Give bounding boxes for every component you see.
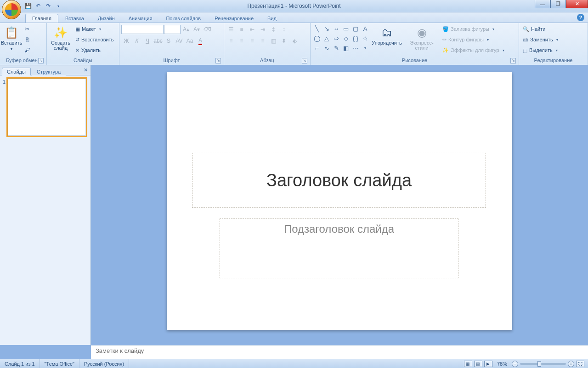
zoom-percent[interactable]: 78% (497, 361, 507, 367)
slide-canvas[interactable]: Заголовок слайда Подзаголовок слайда (91, 65, 588, 345)
shape-outline-button[interactable]: ✏Контур фигуры (441, 34, 506, 45)
find-button[interactable]: 🔍Найти (521, 24, 560, 34)
cut-icon[interactable]: ✂ (22, 24, 32, 34)
clipboard-dialog-launcher[interactable]: ↘ (38, 58, 44, 63)
zoom-slider-knob[interactable] (537, 361, 541, 367)
format-painter-icon[interactable]: 🖌 (22, 45, 32, 55)
clear-formatting-icon[interactable]: ⌫ (202, 24, 212, 34)
tab-home[interactable]: Главная (25, 14, 58, 23)
font-dialog-launcher[interactable]: ↘ (215, 58, 221, 63)
shape-fill-button[interactable]: 🪣Заливка фигуры (441, 24, 506, 34)
shape-rect-icon[interactable]: ▭ (341, 24, 351, 33)
undo-icon[interactable]: ↶ (34, 2, 42, 10)
bold-icon[interactable]: Ж (121, 36, 131, 46)
tab-slideshow[interactable]: Показ слайдов (159, 14, 208, 23)
shrink-font-icon[interactable]: A▾ (192, 24, 202, 34)
fit-window-icon[interactable]: ⛶ (576, 361, 584, 367)
shape-text-icon[interactable]: A (361, 24, 370, 33)
title-placeholder[interactable]: Заголовок слайда (192, 153, 486, 208)
font-family-combo[interactable] (121, 25, 164, 34)
align-center-icon[interactable]: ≡ (237, 36, 247, 46)
shape-effects-button[interactable]: ✨Эффекты для фигур (441, 45, 506, 55)
shape-arrow-icon[interactable]: ↘ (322, 24, 331, 33)
line-spacing-icon[interactable]: ‡ (268, 24, 278, 34)
status-theme[interactable]: "Тема Office" (40, 359, 79, 368)
normal-view-icon[interactable]: ▦ (464, 361, 472, 367)
align-left-icon[interactable]: ≡ (226, 36, 236, 46)
paragraph-dialog-launcher[interactable]: ↘ (302, 58, 307, 63)
help-icon[interactable]: ? (577, 14, 584, 21)
font-size-combo[interactable] (164, 25, 181, 34)
shapes-gallery[interactable]: ╲ ↘ ↔ ▭ ▢ A ◯ △ ⇨ ◇ { } ☆ ⌐ ∿ ✎ ◧ ⋯ ▾ (312, 24, 370, 52)
shapes-expand-icon[interactable]: ▾ (361, 43, 370, 52)
maximize-button[interactable]: ❐ (550, 0, 566, 8)
paste-button[interactable]: 📋 Вставить ▾ (2, 24, 21, 52)
shape-double-arrow-icon[interactable]: ↔ (332, 24, 341, 33)
arrange-button[interactable]: 🗂 Упорядочить (371, 24, 403, 46)
sorter-view-icon[interactable]: ▤ (474, 361, 482, 367)
slide-thumbnail-1[interactable]: 1 (3, 78, 88, 136)
shape-triangle-icon[interactable]: △ (322, 34, 331, 43)
tab-design[interactable]: Дизайн (91, 14, 122, 23)
shape-diamond-icon[interactable]: ◇ (341, 34, 351, 43)
pane-tab-slides[interactable]: Слайды (2, 68, 31, 75)
status-language[interactable]: Русский (Россия) (79, 359, 129, 368)
font-color-icon[interactable]: A (195, 36, 205, 46)
italic-icon[interactable]: К (132, 36, 142, 46)
tab-review[interactable]: Рецензирование (208, 14, 260, 23)
replace-button[interactable]: abЗаменить (521, 34, 560, 45)
decrease-indent-icon[interactable]: ⇤ (247, 24, 257, 34)
shape-callout-icon[interactable]: ◧ (341, 43, 351, 52)
shadow-icon[interactable]: S (164, 36, 174, 46)
shape-more-icon[interactable]: ⋯ (351, 43, 360, 52)
align-text-icon[interactable]: ⬍ (279, 36, 289, 46)
change-case-icon[interactable]: Aa (185, 36, 195, 46)
shape-star-icon[interactable]: ☆ (361, 34, 370, 43)
shape-oval-icon[interactable]: ◯ (312, 34, 322, 43)
zoom-out-icon[interactable]: − (512, 361, 518, 367)
slideshow-view-icon[interactable]: ▶ (484, 361, 492, 367)
status-slide-number[interactable]: Слайд 1 из 1 (0, 359, 40, 368)
delete-slide-button[interactable]: ✕Удалить (74, 45, 115, 55)
grow-font-icon[interactable]: A▴ (181, 24, 191, 34)
shape-right-arrow-icon[interactable]: ⇨ (332, 34, 341, 43)
office-button[interactable] (2, 0, 21, 19)
close-button[interactable]: ✕ (566, 0, 588, 8)
align-right-icon[interactable]: ≡ (247, 36, 257, 46)
quick-styles-button[interactable]: ◉ Экспресс-стили (404, 24, 440, 52)
columns-icon[interactable]: ▥ (268, 36, 278, 46)
underline-icon[interactable]: Ч (142, 36, 153, 46)
shape-freeform-icon[interactable]: ✎ (332, 43, 341, 52)
reset-button[interactable]: ↺Восстановить (74, 34, 115, 45)
text-direction-icon[interactable]: ↕ (279, 24, 289, 34)
shape-line-icon[interactable]: ╲ (312, 24, 322, 33)
copy-icon[interactable]: ⎘ (22, 34, 32, 45)
shape-curve-icon[interactable]: ∿ (322, 43, 331, 52)
notes-pane[interactable]: Заметки к слайду (91, 345, 588, 359)
new-slide-button[interactable]: ✨ Создать слайд (49, 24, 73, 52)
save-icon[interactable]: 💾 (24, 2, 32, 10)
qat-customize-icon[interactable]: ▾ (54, 2, 62, 10)
select-button[interactable]: ⬚Выделить (521, 45, 560, 55)
zoom-slider[interactable] (520, 363, 566, 365)
smartart-icon[interactable]: ⬖ (289, 36, 300, 46)
subtitle-placeholder[interactable]: Подзаголовок слайда (220, 218, 458, 278)
layout-button[interactable]: ▦Макет (74, 24, 115, 34)
increase-indent-icon[interactable]: ⇥ (258, 24, 268, 34)
tab-insert[interactable]: Вставка (58, 14, 91, 23)
justify-icon[interactable]: ≡ (258, 36, 268, 46)
tab-view[interactable]: Вид (260, 14, 283, 23)
shape-roundrect-icon[interactable]: ▢ (351, 24, 360, 33)
shape-brace-icon[interactable]: { } (351, 34, 360, 43)
shape-connector-icon[interactable]: ⌐ (312, 43, 322, 52)
char-spacing-icon[interactable]: AV (174, 36, 184, 46)
minimize-button[interactable]: — (535, 0, 550, 8)
numbering-icon[interactable]: ≡ (237, 24, 247, 34)
zoom-in-icon[interactable]: + (568, 361, 574, 367)
strikethrough-icon[interactable]: abc (153, 36, 163, 46)
tab-animation[interactable]: Анимация (122, 14, 159, 23)
redo-icon[interactable]: ↷ (44, 2, 52, 10)
drawing-dialog-launcher[interactable]: ↘ (510, 58, 516, 63)
bullets-icon[interactable]: ☰ (226, 24, 236, 34)
pane-tab-outline[interactable]: Структура (32, 68, 66, 75)
